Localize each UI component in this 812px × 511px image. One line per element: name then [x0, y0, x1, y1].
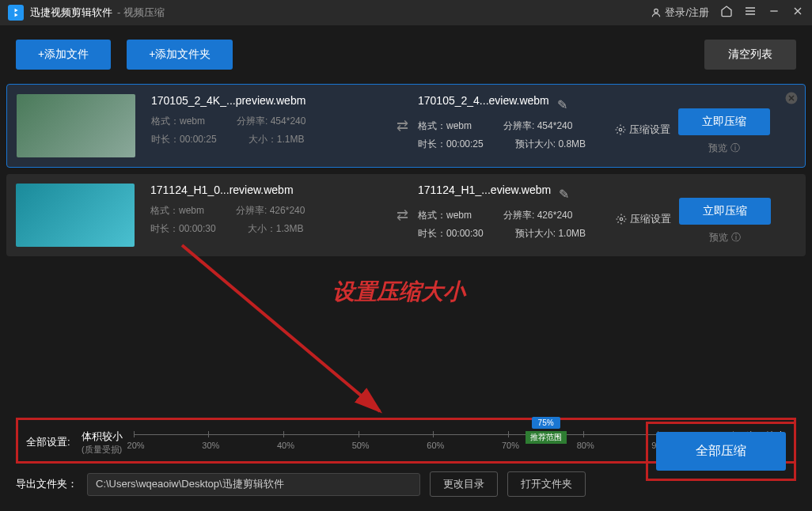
- output-size: 预计大小: 1.0MB: [515, 227, 586, 240]
- annotation-arrow: [166, 237, 404, 427]
- output-filename: 170105_2_4...eview.webm: [418, 94, 549, 107]
- app-logo-icon: [8, 5, 24, 21]
- input-filename: 170105_2_4K_...preview.webm: [151, 94, 386, 107]
- remove-item-icon[interactable]: [784, 91, 799, 109]
- annotation-text: 设置压缩大小: [332, 277, 465, 307]
- swap-icon: ⇄: [386, 184, 418, 247]
- input-duration: 时长：00:00:30: [150, 222, 216, 236]
- edit-icon[interactable]: ✎: [557, 97, 567, 112]
- slider-min-label: 体积较小 (质量受损): [82, 430, 123, 456]
- svg-point-3: [620, 218, 623, 221]
- input-duration: 时长：00:00:25: [151, 133, 217, 146]
- output-duration: 时长：00:00:25: [418, 138, 484, 151]
- close-icon[interactable]: [791, 5, 804, 21]
- preview-link[interactable]: 预览 ⓘ: [709, 231, 741, 244]
- app-subtitle: - 视频压缩: [117, 6, 165, 20]
- output-label: 导出文件夹：: [16, 477, 78, 491]
- output-resolution: 分辨率: 454*240: [503, 119, 572, 133]
- output-duration: 时长：00:00:30: [418, 227, 484, 240]
- add-folder-button[interactable]: +添加文件夹: [127, 40, 233, 70]
- titlebar: 迅捷视频剪辑软件 - 视频压缩 登录/注册: [0, 0, 812, 25]
- compress-button[interactable]: 立即压缩: [679, 198, 771, 225]
- file-item[interactable]: 171124_H1_0...review.webm 格式：webm 分辨率: 4…: [6, 174, 806, 256]
- file-list: 170105_2_4K_...preview.webm 格式：webm 分辨率:…: [0, 84, 812, 256]
- output-path-input[interactable]: [87, 473, 420, 496]
- output-format: 格式：webm: [418, 119, 472, 133]
- output-row: 导出文件夹： 更改目录 打开文件夹: [16, 471, 586, 497]
- minimize-icon[interactable]: [768, 5, 780, 21]
- compress-button[interactable]: 立即压缩: [678, 108, 770, 135]
- file-item[interactable]: 170105_2_4K_...preview.webm 格式：webm 分辨率:…: [6, 84, 806, 168]
- video-thumbnail: [16, 184, 135, 247]
- svg-point-0: [655, 9, 658, 13]
- toolbar: +添加文件 +添加文件夹 清空列表: [0, 25, 812, 84]
- clear-list-button[interactable]: 清空列表: [704, 40, 796, 70]
- change-dir-button[interactable]: 更改目录: [430, 471, 498, 497]
- input-format: 格式：webm: [151, 115, 205, 128]
- compress-settings-link[interactable]: 压缩设置: [615, 123, 670, 137]
- svg-line-4: [182, 245, 380, 411]
- video-thumbnail: [17, 94, 135, 157]
- input-resolution: 分辨率: 454*240: [237, 115, 305, 128]
- swap-icon: ⇄: [386, 94, 418, 157]
- output-size: 预计大小: 0.8MB: [515, 138, 586, 151]
- app-title: 迅捷视频剪辑软件: [30, 6, 112, 20]
- slider-label: 全部设置:: [26, 435, 70, 449]
- svg-point-2: [619, 128, 622, 131]
- output-filename: 171124_H1_...eview.webm: [418, 184, 551, 196]
- home-icon[interactable]: [720, 5, 733, 21]
- input-format: 格式：webm: [150, 204, 204, 218]
- add-file-button[interactable]: +添加文件: [16, 40, 111, 70]
- output-format: 格式：webm: [418, 209, 472, 222]
- slider-track[interactable]: 75% 推荐范围 20% 30% 40% 50% 60% 70% 80% 90%…: [134, 428, 734, 456]
- compress-all-button[interactable]: 全部压缩: [656, 432, 786, 471]
- open-dir-button[interactable]: 打开文件夹: [507, 471, 586, 497]
- login-button[interactable]: 登录/注册: [651, 6, 709, 20]
- compress-all-highlight: 全部压缩: [646, 422, 796, 481]
- compress-settings-link[interactable]: 压缩设置: [616, 212, 671, 226]
- preview-link[interactable]: 预览 ⓘ: [708, 142, 740, 155]
- slider-value-badge: 75%: [532, 417, 560, 429]
- input-filename: 171124_H1_0...review.webm: [150, 184, 386, 196]
- input-size: 大小：1.3MB: [248, 222, 304, 236]
- edit-icon[interactable]: ✎: [559, 187, 569, 202]
- input-size: 大小：1.1MB: [249, 133, 305, 146]
- input-resolution: 分辨率: 426*240: [236, 204, 305, 218]
- output-resolution: 分辨率: 426*240: [503, 209, 572, 222]
- slider-ticks: 20% 30% 40% 50% 60% 70% 80% 90% 100%: [134, 431, 734, 437]
- menu-icon[interactable]: [744, 5, 757, 21]
